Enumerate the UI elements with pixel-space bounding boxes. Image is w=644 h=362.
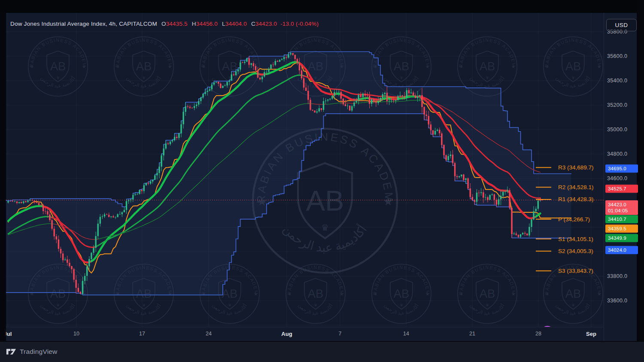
time-tick: 10 [73, 331, 79, 337]
pivot-label: R3 (34,689.7) [558, 164, 594, 171]
tradingview-app-window: ARABIAN BUSINESS ACADEMY أكاديمية عبد ال… [0, 0, 644, 362]
price-badge: 34423.001:04:05 [605, 200, 638, 215]
time-tick: 21 [469, 331, 475, 337]
right-margin [637, 0, 644, 362]
price-tick: 34800.0 [607, 151, 627, 157]
pivot-label: R2 (34,528.1) [558, 184, 594, 190]
time-tick: 28 [535, 331, 541, 337]
price-axis[interactable]: 35800.035600.035400.035200.035000.034800… [604, 13, 637, 341]
price-tick: 33800.0 [607, 273, 627, 279]
pivot-label: S3 (33,843.7) [558, 268, 593, 274]
time-axis[interactable]: Jul101724Aug7142128Sep [0, 327, 604, 341]
price-badge: 34024.0 [605, 246, 638, 254]
lightning-trade-button[interactable] [540, 325, 555, 327]
price-tick: 33600.0 [607, 298, 627, 304]
price-badge: 34359.5 [605, 225, 638, 233]
ohlc-label: H [192, 21, 196, 27]
price-tick: 35000.0 [607, 127, 627, 133]
time-tick: 24 [206, 331, 212, 337]
pivot-label: P (34,266.7) [558, 216, 590, 223]
price-tick: 35200.0 [607, 102, 627, 108]
candlestick-chart-svg: ARABIAN BUSINESS ACADEMY أكاديمية عبد ال… [6, 13, 604, 327]
tradingview-logo[interactable]: TradingView [6, 347, 58, 356]
pivot-label: R1 (34,428.3) [558, 196, 594, 202]
top-black-bar [0, 0, 644, 13]
time-tick: Aug [281, 331, 292, 337]
ohlc-value: 34404.0 [225, 21, 247, 27]
price-tick: 35600.0 [607, 53, 627, 59]
time-tick: 14 [403, 331, 409, 337]
ohlc-value: 34456.0 [196, 21, 218, 27]
price-badge: 34349.9 [605, 234, 638, 242]
time-tick: 17 [139, 331, 145, 337]
ohlc-label: O [161, 21, 166, 27]
symbol-title: Dow Jones Industrial Average Index, 4h, … [10, 21, 157, 27]
ohlc-values: O34435.5H34456.0L34404.0C34423.0 [157, 21, 277, 27]
price-badge: 34410.7 [605, 215, 638, 223]
currency-toggle-button[interactable]: USD [606, 19, 637, 31]
price-badge: 34525.7 [605, 185, 638, 193]
price-tick: 34600.0 [607, 175, 627, 181]
left-margin [0, 13, 6, 341]
chart-plot: ARABIAN BUSINESS ACADEMY أكاديمية عبد ال… [6, 13, 604, 327]
pivot-label: S1 (34,105.1) [558, 236, 593, 242]
price-tick: 35400.0 [607, 78, 627, 84]
pivot-label: S2 (34,005.3) [558, 248, 593, 254]
tradingview-logo-icon [6, 347, 16, 356]
price-badge: 34695.0 [605, 165, 638, 173]
ohlc-label: L [222, 21, 225, 27]
ohlc-label: C [251, 21, 255, 27]
symbol-legend[interactable]: Dow Jones Industrial Average Index, 4h, … [10, 21, 319, 27]
lightning-icon [540, 325, 555, 327]
change-value: -13.0 (-0.04%) [280, 21, 319, 27]
bottom-toolbar: TradingView [0, 341, 644, 362]
ohlc-value: 34435.5 [166, 21, 188, 27]
tradingview-logo-text: TradingView [20, 348, 58, 356]
time-tick: 7 [339, 331, 342, 337]
ohlc-value: 34423.0 [255, 21, 277, 27]
time-tick: Sep [586, 331, 596, 337]
chart-canvas[interactable]: ARABIAN BUSINESS ACADEMY أكاديمية عبد ال… [6, 13, 604, 327]
